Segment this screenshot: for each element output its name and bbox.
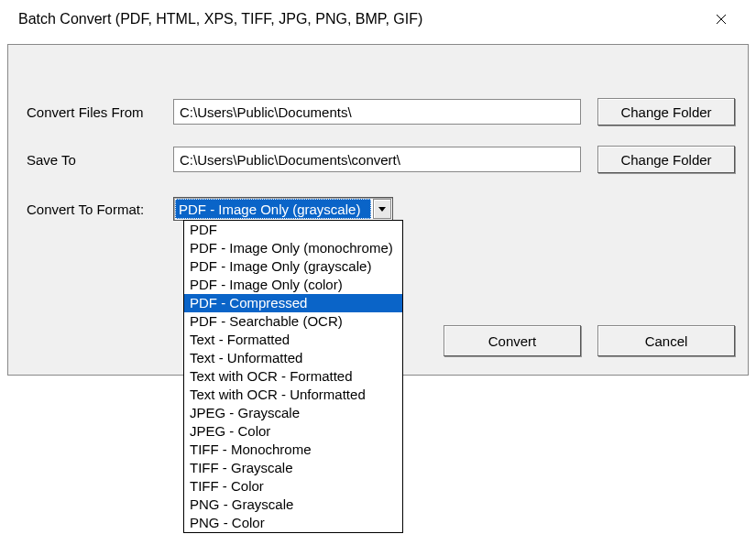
row-format: Convert To Format: PDF - Image Only (gra…: [27, 197, 735, 221]
format-select-arrow[interactable]: [373, 199, 391, 219]
format-option[interactable]: PNG - Grayscale: [184, 496, 402, 514]
input-save-to[interactable]: [173, 147, 581, 172]
format-option[interactable]: PDF - Compressed: [184, 294, 402, 312]
format-option[interactable]: PDF - Image Only (grayscale): [184, 257, 402, 276]
cancel-button[interactable]: Cancel: [597, 325, 735, 356]
row-convert-from: Convert Files From Change Folder: [27, 98, 735, 125]
change-folder-from-button[interactable]: Change Folder: [597, 98, 735, 125]
format-option[interactable]: TIFF - Monochrome: [184, 441, 402, 459]
format-select-value: PDF - Image Only (grayscale): [175, 199, 371, 219]
label-save-to: Save To: [27, 152, 173, 168]
footer-buttons: Convert Cancel: [444, 325, 735, 356]
format-option[interactable]: Text with OCR - Unformatted: [184, 386, 402, 404]
close-button[interactable]: [701, 5, 741, 33]
format-option[interactable]: Text with OCR - Formatted: [184, 367, 402, 386]
label-format: Convert To Format:: [27, 202, 173, 217]
format-option[interactable]: TIFF - Color: [184, 477, 402, 496]
convert-button[interactable]: Convert: [444, 325, 581, 356]
format-option[interactable]: JPEG - Grayscale: [184, 404, 402, 422]
batch-convert-dialog: Batch Convert (PDF, HTML, XPS, TIFF, JPG…: [0, 0, 756, 534]
format-select[interactable]: PDF - Image Only (grayscale): [173, 197, 393, 221]
format-option[interactable]: PDF - Image Only (color): [184, 276, 402, 294]
close-icon: [716, 14, 727, 25]
format-option[interactable]: PDF - Image Only (monochrome): [184, 239, 402, 257]
input-convert-from[interactable]: [173, 99, 581, 125]
format-dropdown[interactable]: PDFPDF - Image Only (monochrome)PDF - Im…: [183, 220, 403, 533]
format-option[interactable]: Text - Unformatted: [184, 349, 402, 367]
format-option[interactable]: JPEG - Color: [184, 422, 402, 441]
format-option[interactable]: PDF - Searchable (OCR): [184, 312, 402, 331]
format-option[interactable]: Text - Formatted: [184, 331, 402, 349]
svg-marker-2: [378, 207, 386, 212]
label-convert-from: Convert Files From: [27, 104, 173, 120]
dialog-title: Batch Convert (PDF, HTML, XPS, TIFF, JPG…: [18, 11, 701, 27]
chevron-down-icon: [378, 204, 387, 213]
titlebar: Batch Convert (PDF, HTML, XPS, TIFF, JPG…: [0, 0, 756, 38]
change-folder-to-button[interactable]: Change Folder: [597, 146, 735, 173]
format-option[interactable]: PNG - Color: [184, 514, 402, 532]
format-option[interactable]: PDF: [184, 221, 402, 239]
format-option[interactable]: TIFF - Grayscale: [184, 459, 402, 477]
row-save-to: Save To Change Folder: [27, 146, 735, 173]
